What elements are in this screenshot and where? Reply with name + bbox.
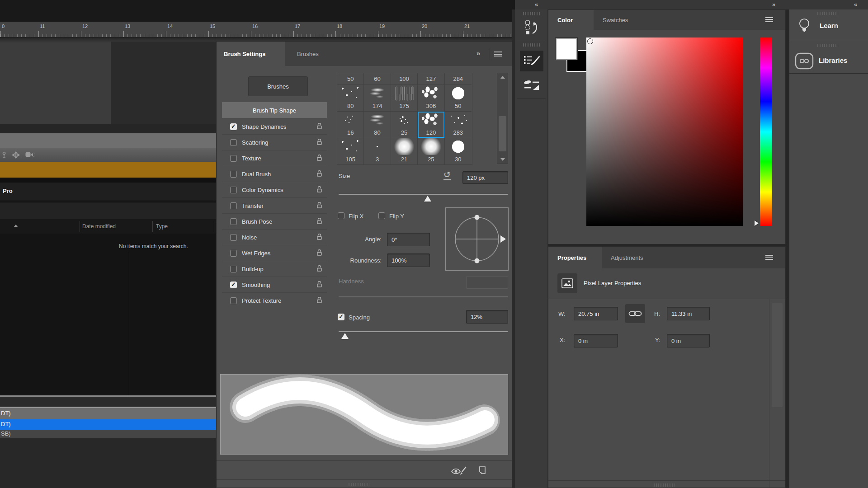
size-slider-thumb[interactable] (424, 196, 431, 202)
dock-gripper[interactable] (817, 44, 838, 47)
new-brush-icon[interactable] (477, 465, 487, 477)
tab-brushes[interactable]: Brushes (285, 42, 344, 66)
height-input[interactable]: 11.33 in (667, 307, 710, 320)
video-camera-icon[interactable] (25, 152, 34, 159)
panel-menu-icon[interactable] (765, 255, 773, 260)
brush-preset-cell[interactable]: 80 (337, 85, 364, 112)
tab-color[interactable]: Color (548, 10, 594, 30)
libraries-panel-button[interactable]: Libraries (789, 40, 868, 74)
link-dimensions-button[interactable] (625, 304, 645, 323)
brush-option-row[interactable]: Brush Pose (222, 213, 327, 229)
brush-preset-cell[interactable]: 100 (391, 73, 418, 85)
lock-icon[interactable] (316, 138, 322, 147)
lock-icon[interactable] (316, 170, 322, 178)
tab-properties[interactable]: Properties (548, 247, 602, 268)
history-panel-icon[interactable] (522, 19, 542, 37)
brush-preset-cell[interactable]: 50 (445, 85, 472, 112)
sort-caret-icon[interactable] (14, 225, 18, 227)
brush-tip-shape-item[interactable]: Brush Tip Shape (222, 102, 327, 118)
lock-icon[interactable] (316, 154, 322, 163)
brush-option-row[interactable]: Protect Texture (222, 292, 327, 308)
learn-panel-button[interactable]: Learn (789, 9, 868, 40)
brush-preset-cell[interactable]: 25 (418, 138, 444, 165)
lock-icon[interactable] (316, 122, 322, 131)
brush-option-checkbox[interactable] (230, 218, 237, 225)
brush-option-checkbox[interactable] (230, 202, 237, 209)
y-input[interactable]: 0 in (667, 334, 710, 347)
brush-option-checkbox[interactable] (230, 297, 237, 304)
expand-panels-icon[interactable]: » (772, 1, 775, 8)
brush-option-row[interactable]: Build-up (222, 261, 327, 277)
saturation-brightness-field[interactable] (586, 38, 743, 226)
flip-y-checkbox[interactable] (378, 212, 385, 219)
size-slider-track[interactable] (339, 194, 508, 195)
column-divider[interactable] (214, 221, 214, 232)
collapse-right-dock-icon[interactable]: « (854, 1, 857, 8)
spacing-input[interactable]: 12% (466, 310, 508, 324)
spacing-slider-thumb[interactable] (341, 333, 349, 339)
brush-preset-cell-selected[interactable]: 120 (418, 112, 444, 138)
brush-option-checkbox[interactable] (230, 139, 237, 146)
tab-brush-settings[interactable]: Brush Settings (217, 42, 285, 66)
scroll-down-icon[interactable] (500, 158, 505, 161)
scroll-thumb[interactable] (499, 116, 506, 151)
brush-preset-cell[interactable]: 16 (337, 112, 364, 138)
flip-x-checkbox[interactable] (338, 212, 344, 219)
brush-preset-cell[interactable]: 3 (364, 138, 391, 165)
brush-preset-cell[interactable]: 127 (418, 73, 444, 85)
hue-slider-pointer[interactable] (755, 221, 759, 226)
column-type[interactable]: Type (156, 223, 168, 230)
angle-roundness-control[interactable] (445, 207, 509, 271)
brush-option-row[interactable]: Smoothing (222, 277, 327, 292)
brush-preset-cell[interactable]: 80 (364, 112, 391, 138)
panel-menu-icon[interactable] (765, 17, 773, 22)
lock-icon[interactable] (316, 265, 322, 273)
brush-option-checkbox[interactable] (230, 171, 237, 178)
brush-preset-cell[interactable]: 25 (391, 112, 418, 138)
brush-option-checkbox[interactable] (230, 234, 237, 241)
brush-option-checkbox[interactable] (230, 155, 237, 162)
brush-option-checkbox[interactable] (230, 187, 237, 193)
dock-gripper[interactable] (523, 12, 540, 15)
brush-option-row[interactable]: Transfer (222, 197, 327, 213)
column-divider[interactable] (152, 221, 153, 232)
brush-settings-panel-icon[interactable] (520, 51, 543, 71)
x-input[interactable]: 0 in (574, 334, 618, 347)
brush-option-row[interactable]: Texture (222, 150, 327, 166)
file-type-row-selected[interactable]: DT) (0, 419, 216, 430)
brush-preview-toggle-icon[interactable] (451, 466, 467, 477)
brush-option-checkbox[interactable] (230, 250, 237, 257)
brush-preset-cell[interactable]: 60 (364, 73, 391, 85)
brush-preset-cell[interactable]: 21 (391, 138, 418, 165)
tab-swatches[interactable]: Swatches (594, 10, 654, 30)
lock-icon[interactable] (316, 296, 322, 305)
file-type-row[interactable]: DT) (0, 408, 216, 419)
lock-icon[interactable] (316, 217, 322, 226)
plug-icon[interactable] (1, 151, 7, 160)
lock-icon[interactable] (316, 186, 322, 194)
tab-adjustments[interactable]: Adjustments (602, 247, 666, 268)
brush-preset-cell[interactable]: 50 (337, 73, 364, 85)
brushes-button[interactable]: Brushes (248, 76, 308, 96)
brush-preset-cell[interactable]: 175 (391, 85, 418, 112)
panel-resize-gripper[interactable] (349, 483, 369, 486)
column-date-modified[interactable]: Date modified (82, 223, 116, 230)
foreground-color-swatch[interactable] (556, 38, 577, 60)
spacing-checkbox[interactable] (338, 314, 344, 320)
column-divider[interactable] (80, 221, 80, 232)
collapse-panels-icon[interactable]: « (535, 1, 538, 8)
brush-option-row[interactable]: Scattering (222, 134, 327, 150)
lock-icon[interactable] (316, 281, 322, 289)
brush-option-row[interactable]: Wet Edges (222, 245, 327, 261)
angle-input[interactable]: 0° (387, 233, 430, 246)
brush-option-row[interactable]: Shape Dynamics (222, 118, 327, 134)
brush-preset-cell[interactable]: 30 (445, 138, 472, 165)
panel-resize-gripper[interactable] (654, 483, 675, 487)
lock-icon[interactable] (316, 233, 322, 242)
brush-option-checkbox[interactable] (230, 123, 237, 130)
brush-preset-cell[interactable]: 284 (445, 73, 472, 85)
spacing-slider-track[interactable] (339, 331, 508, 332)
preset-grid-scrollbar[interactable] (497, 73, 508, 164)
size-input[interactable]: 120 px (462, 171, 508, 184)
panel-menu-icon[interactable] (494, 52, 502, 56)
